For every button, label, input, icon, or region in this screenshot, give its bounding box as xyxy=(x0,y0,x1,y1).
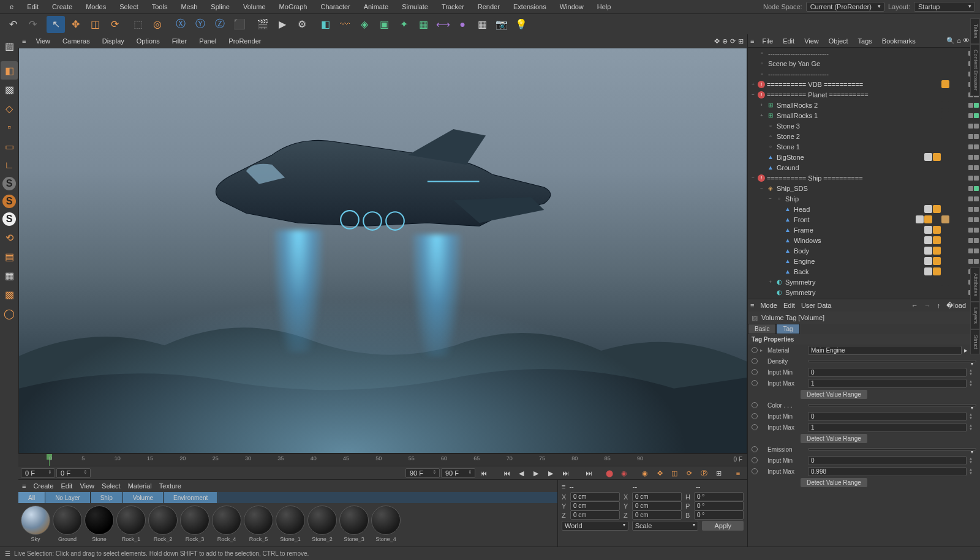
key-pos[interactable]: ✥ xyxy=(653,467,666,479)
tree-item[interactable]: ◐Symmetry xyxy=(748,287,980,297)
anim-ring[interactable] xyxy=(752,468,758,474)
key-param[interactable]: Ⓟ xyxy=(697,467,710,479)
tag-icon[interactable] xyxy=(941,80,949,88)
inmax3-field[interactable]: 0.998 xyxy=(808,467,967,476)
autokey-button[interactable]: ◉ xyxy=(617,467,631,479)
material-stone_4[interactable]: Stone_4 xyxy=(371,506,401,544)
tree-item[interactable]: ▲Engine xyxy=(748,256,980,266)
tag-icon[interactable] xyxy=(941,236,949,244)
back-icon[interactable]: ← xyxy=(911,302,918,309)
menu-mesh[interactable]: Mesh xyxy=(176,2,202,12)
attributes-tab[interactable]: Attributes xyxy=(970,267,980,302)
tag-icon[interactable] xyxy=(941,111,949,119)
tag-icon[interactable] xyxy=(933,153,941,161)
eye-icon[interactable]: 👁 xyxy=(963,37,970,45)
color-dropdown[interactable] xyxy=(808,404,976,406)
tree-item[interactable]: ▲BigStone xyxy=(748,152,980,162)
tag-icon[interactable] xyxy=(941,215,949,223)
emission-dropdown[interactable] xyxy=(808,448,976,450)
anim-ring[interactable] xyxy=(752,358,758,364)
takes-tab[interactable]: Takes xyxy=(970,18,980,44)
layout-icon[interactable]: ⊞ xyxy=(738,37,744,45)
tag-icon[interactable] xyxy=(924,257,932,265)
mat-select[interactable]: Select xyxy=(102,482,121,490)
rotate-tool[interactable]: ⟳ xyxy=(105,16,124,33)
menu-help[interactable]: Help xyxy=(592,2,616,12)
render-picture[interactable]: ▶ xyxy=(273,16,292,33)
om-edit[interactable]: Edit xyxy=(781,37,796,45)
add-spline[interactable]: 〰 xyxy=(336,16,354,33)
material-rock_5[interactable]: Rock_5 xyxy=(244,506,273,544)
texture-mode[interactable]: ▩ xyxy=(1,80,18,99)
add-camera2[interactable]: 📷 xyxy=(492,16,511,33)
link-icon[interactable]: ▸ xyxy=(964,346,968,354)
tag-icon[interactable] xyxy=(924,236,932,244)
attr-mode[interactable]: Mode xyxy=(760,302,777,309)
mat-view[interactable]: View xyxy=(80,482,94,490)
tab-basic[interactable]: Basic xyxy=(748,324,776,334)
tag-icon[interactable] xyxy=(924,205,932,213)
layers-tab[interactable]: Layers xyxy=(970,302,980,329)
expand-toggle[interactable]: + xyxy=(767,279,773,285)
mat-tab-all[interactable]: All xyxy=(18,492,45,503)
menu-render[interactable]: Render xyxy=(473,2,505,12)
snap-2[interactable]: ▩ xyxy=(1,285,18,304)
tree-item[interactable]: +⊞SmallRocks 1 xyxy=(748,110,980,121)
range-end-field[interactable]: 90 F xyxy=(405,468,440,478)
up-icon[interactable]: ↑ xyxy=(937,302,941,309)
viewport-solo[interactable]: ▤ xyxy=(1,247,18,266)
menu-tools[interactable]: Tools xyxy=(147,2,173,12)
cameras-menu[interactable]: Cameras xyxy=(60,36,92,46)
mat-create[interactable]: Create xyxy=(33,482,53,490)
tag-icon[interactable] xyxy=(933,247,941,255)
options-menu[interactable]: Options xyxy=(134,36,162,46)
mat-tab-no-layer[interactable]: No Layer xyxy=(45,492,91,503)
menu-tracker[interactable]: Tracker xyxy=(437,2,469,12)
tree-item[interactable]: −!========== Ship ========== xyxy=(748,173,980,183)
menu-extensions[interactable]: Extensions xyxy=(508,2,551,12)
coord-mode2[interactable]: Scale xyxy=(632,521,699,531)
x-axis-lock[interactable]: Ⓧ xyxy=(172,16,190,33)
inmax1-field[interactable]: 1 xyxy=(808,379,967,388)
detect-range-button[interactable]: Detect Value Range xyxy=(801,390,867,399)
view-menu[interactable]: View xyxy=(33,36,53,46)
key-pla[interactable]: ⊞ xyxy=(712,467,725,479)
tree-item[interactable]: ▲Windows xyxy=(748,235,980,245)
tag-icon[interactable] xyxy=(933,236,941,244)
expand-toggle[interactable]: + xyxy=(750,81,756,87)
home-icon[interactable]: ⌂ xyxy=(957,37,961,45)
layout-dropdown[interactable]: Startup xyxy=(914,2,975,12)
coord-field[interactable]: 0 cm xyxy=(632,492,682,501)
inmin1-field[interactable]: 0 xyxy=(808,368,967,377)
expand-toggle[interactable]: + xyxy=(759,113,764,118)
mat-texture[interactable]: Texture xyxy=(159,482,181,490)
menu-edit[interactable]: Edit xyxy=(22,2,43,12)
material-stone[interactable]: Stone xyxy=(85,506,114,544)
density-dropdown[interactable] xyxy=(808,360,976,362)
coord-field[interactable]: 0 cm xyxy=(570,510,620,520)
rotate-icon[interactable]: ⟳ xyxy=(730,37,736,45)
zoom-icon[interactable]: ⊕ xyxy=(722,37,728,45)
menu-item[interactable]: e xyxy=(5,2,18,12)
anim-ring[interactable] xyxy=(752,424,758,430)
tree-item[interactable]: ▲Ground xyxy=(748,162,980,173)
next-frame[interactable]: ▶ xyxy=(544,467,557,479)
axis-tool[interactable]: ◎ xyxy=(148,16,167,33)
axis-s2[interactable]: S xyxy=(2,195,16,208)
tree-item[interactable]: ▫--------------------------- xyxy=(748,48,980,58)
tree-item[interactable]: ▫Stone 3 xyxy=(748,121,980,131)
menu-volume[interactable]: Volume xyxy=(238,2,271,12)
anim-ring[interactable] xyxy=(752,369,758,375)
apply-button[interactable]: Apply xyxy=(702,521,744,531)
expand-toggle[interactable]: − xyxy=(750,175,756,181)
snap-3[interactable]: ◯ xyxy=(1,304,18,323)
material-rock_3[interactable]: Rock_3 xyxy=(180,506,209,544)
hamburger-icon[interactable]: ≡ xyxy=(750,37,754,45)
render-settings[interactable]: ⚙ xyxy=(293,16,311,33)
menu-animate[interactable]: Animate xyxy=(359,2,393,12)
tree-item[interactable]: ▫Scene by Yan Ge xyxy=(748,58,980,69)
prev-key[interactable]: ⏮ xyxy=(500,467,513,479)
lock-icon[interactable]: �load xyxy=(946,302,966,310)
material-rock_4[interactable]: Rock_4 xyxy=(212,506,241,544)
hamburger-icon[interactable]: ≡ xyxy=(22,37,26,45)
